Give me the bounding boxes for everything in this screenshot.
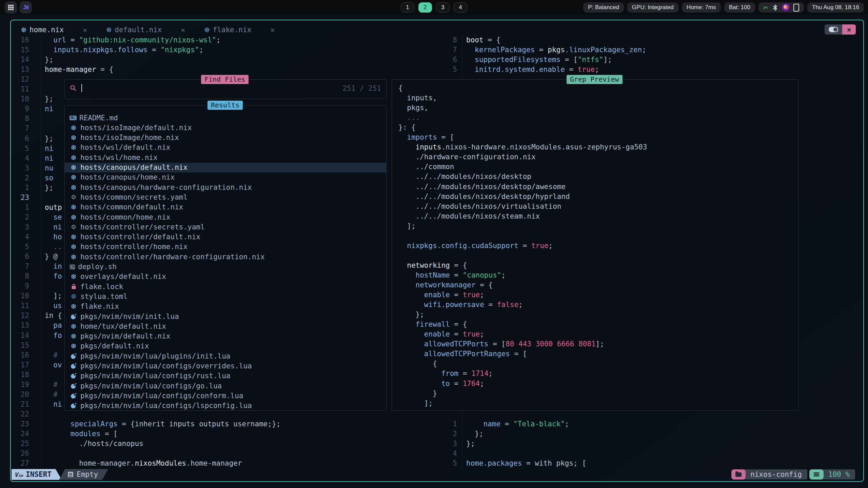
line-number: 7 [441,45,457,55]
tab-close-icon[interactable]: × [83,26,87,34]
document-icon [68,472,73,477]
code-line: ./hardware-configuration.nix [0,152,397,162]
code-line: ../../modules/nixos/desktop/hyprland [0,192,397,202]
line-number: 3 [441,439,457,449]
code-line: 5home.packages = with pkgs; [ [0,459,868,468]
top-bar-right: P: BalancedGPU: IntegratedHome: 7msBat: … [583,2,864,13]
status-pill: Home: 7ms [682,2,721,13]
statusline-right: nixos-config 100 % [729,469,855,480]
nix-icon: ❆ [204,26,210,34]
scroll-percent: 100 % [822,469,855,480]
flame-indicator-icon[interactable] [782,4,789,11]
line-number: 5 [441,65,457,75]
code-line: 1 name = "Tela-black"; [0,419,868,429]
code-line: } [0,389,397,399]
code-line: allowedTCPPorts = [80 443 3000 6666 8081… [0,339,397,349]
line-number: 12 [12,75,29,84]
code-line: ../common [0,162,397,172]
top-bar-left: JW [5,1,32,14]
code-line: 4 [0,449,868,459]
status-pill: GPU: Integrated [627,2,678,13]
code-line: ]; [0,399,397,408]
code-line: 7 kernelPackages = pkgs.linuxPackages_ze… [0,45,868,55]
code-line: 8boot = { [0,35,868,45]
scroll-group: 100 % [809,469,855,480]
workspace-button-4[interactable]: 4 [454,2,467,13]
code-line: from = 1714; [0,369,397,379]
code-line: { [0,359,397,369]
bluetooth-icon[interactable] [772,4,778,11]
code-line: inputs, [0,93,397,103]
code-line: ../../modules/nixos/virtualisation [0,202,397,211]
code-line: ../../modules/nixos/desktop [0,172,397,182]
code-line: }; [0,310,397,320]
line-number: 2 [441,429,457,439]
folder-icon [735,472,742,477]
code-line [0,231,397,241]
tab-home.nix[interactable]: ❆home.nix× [21,26,87,34]
code-line: nixpkgs.config.cudaSupport = true; [0,241,397,251]
line-number: 6 [441,55,457,65]
workspace-button-3[interactable]: 3 [436,2,450,13]
code-line: { [0,83,397,93]
code-line: }: { [0,123,397,133]
phone-icon[interactable] [793,4,799,12]
folder-badge [731,469,746,480]
close-icon: × [847,25,851,34]
code-line: 3}; [0,439,868,449]
scissors-icon[interactable]: ✂ [763,4,768,11]
apps-grid-icon [8,5,14,10]
workspace-switcher: 1234 [401,2,467,13]
project-group: nixos-config [731,469,807,480]
code-line: pkgs, [0,103,397,113]
code-line: hostName = "canopus"; [0,270,397,280]
toggle-button[interactable] [825,24,842,35]
logo-button[interactable]: JW [20,1,32,14]
status-pills: P: BalancedGPU: IntegratedHome: 7msBat: … [583,2,755,13]
line-number: 8 [441,35,457,45]
status-pill: Bat: 100 [724,2,755,13]
toggle-icon [829,27,838,32]
code-line: ]; [0,221,397,231]
code-line: allowedTCPPortRanges = [ [0,349,397,359]
code-line: imports = [ [0,133,397,142]
code-line: enable = true; [0,290,397,300]
code-line: networkmanager = { [0,280,397,290]
code-line: firewall = { [0,320,397,329]
nix-icon: ❆ [21,26,26,34]
desktop: JW 1234 P: BalancedGPU: IntegratedHome: … [0,0,868,488]
code-line [0,251,397,261]
top-bar: JW 1234 P: BalancedGPU: IntegratedHome: … [0,0,868,15]
system-tray: ✂ [758,2,804,13]
clock: Thu Aug 08, 18:16 [807,2,864,13]
line-number: 22 [12,409,29,419]
nix-icon: ❆ [106,26,112,34]
preview-title: Grep Preview [567,75,623,84]
status-pill: P: Balanced [583,2,624,13]
line-number: 4 [441,449,457,459]
lines-badge [809,469,824,480]
code-line: networking = { [0,261,397,270]
tab-label: home.nix [29,26,64,34]
code-line: 5 initrd.systemd.enable = true; [0,65,868,75]
code-line: enable = true; [0,329,397,339]
logo-icon: JW [23,4,28,11]
mode-segment: Vim INSERT [12,469,62,480]
tab-close-icon[interactable]: × [270,26,275,34]
picker-input-title: Find Files [201,75,249,84]
apps-button[interactable] [5,1,17,14]
statusline: Vim INSERT Empty nixos-config 100 % [11,469,857,480]
window-controls: × [825,24,856,35]
window-close-button[interactable]: × [842,24,856,35]
code-line: ../../modules/nixos/desktop/awesome [0,182,397,192]
code-line: ../../modules/nixos/steam.nix [0,211,397,221]
code-line: 6 supportedFilesystems = ["ntfs"]; [0,55,868,65]
tab-flake.nix[interactable]: ❆flake.nix× [204,26,275,34]
code-line: to = 1764; [0,379,397,389]
workspace-button-1[interactable]: 1 [401,2,414,13]
file-segment: Empty [59,469,108,480]
tab-close-icon[interactable]: × [181,26,185,34]
mode-label: INSERT [26,470,52,479]
workspace-button-2[interactable]: 2 [418,2,432,13]
tab-default.nix[interactable]: ❆default.nix× [106,26,185,34]
